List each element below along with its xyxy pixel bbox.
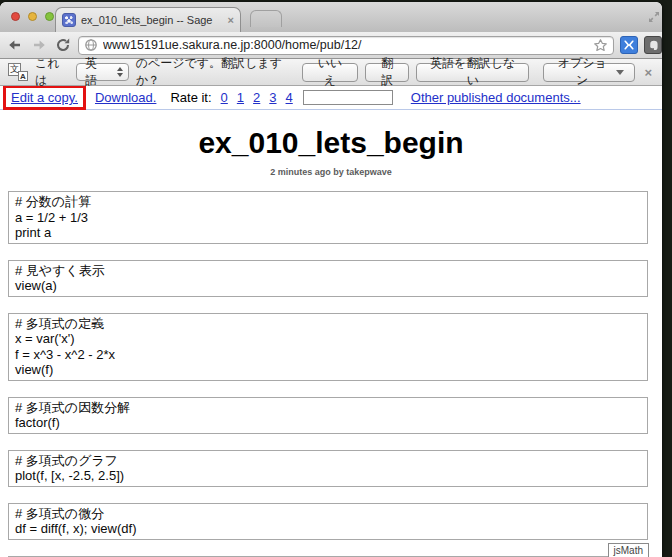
infobar-close-icon[interactable]: × <box>642 65 654 80</box>
rate-3-link[interactable]: 3 <box>269 90 276 105</box>
download-link[interactable]: Download. <box>95 90 156 105</box>
edit-a-copy-link[interactable]: Edit a copy. <box>11 90 78 105</box>
select-arrows-icon <box>117 67 123 77</box>
translate-prefix-text: これは <box>35 55 69 89</box>
fullscreen-icon[interactable] <box>648 9 660 27</box>
code-cell[interactable]: # 見やすく表示 view(a) <box>8 260 648 297</box>
code-line: factor(f) <box>15 415 641 431</box>
code-cell[interactable]: # 多項式のグラフ plot(f, [x, -2.5, 2.5]) <box>8 450 648 487</box>
browser-window: ex_010_lets_begin -- Sage × <box>0 2 662 557</box>
dropdown-caret-icon <box>616 70 624 75</box>
code-line: # 多項式の因数分解 <box>15 400 641 416</box>
browser-tab[interactable]: ex_010_lets_begin -- Sage × <box>55 7 241 32</box>
never-translate-button[interactable]: 英語を翻訳しない <box>416 63 529 82</box>
rate-1-link[interactable]: 1 <box>237 90 244 105</box>
new-tab-button[interactable] <box>250 10 282 27</box>
published-worksheet-page: Edit a copy. Download. Rate it: 0 1 2 3 … <box>0 86 662 557</box>
rate-it-label: Rate it: <box>170 90 211 105</box>
language-select-value: 英語 <box>85 55 106 89</box>
window-controls <box>11 12 54 21</box>
worksheet-cells: # 分数の計算 a = 1/2 + 1/3 print a # 見やすく表示 v… <box>0 191 662 557</box>
back-button[interactable] <box>6 36 24 54</box>
code-line: # 多項式の微分 <box>15 506 641 522</box>
code-line: plot(f, [x, -2.5, 2.5]) <box>15 468 641 484</box>
blue-extension-icon[interactable] <box>620 36 638 54</box>
code-line: # 見やすく表示 <box>15 263 641 279</box>
code-line: # 多項式の定義 <box>15 316 641 332</box>
code-line: print a <box>15 225 641 241</box>
back-arrow-icon <box>7 37 23 53</box>
globe-icon <box>84 38 98 52</box>
code-line: # 分数の計算 <box>15 194 641 210</box>
translate-badge-front: A <box>18 71 28 81</box>
translate-infobar: 文 A これは 英語 のページです。翻訳しますか？ いいえ 翻訳 英語を翻訳しな… <box>0 59 662 86</box>
browser-titlebar: ex_010_lets_begin -- Sage × <box>0 2 662 33</box>
annotation-highlight-box: Edit a copy. <box>3 86 86 110</box>
rate-0-link[interactable]: 0 <box>221 90 228 105</box>
translate-confirm-button[interactable]: 翻訳 <box>365 63 409 82</box>
other-published-documents-link[interactable]: Other published documents... <box>411 90 581 105</box>
reload-icon <box>55 37 71 53</box>
bookmark-star-icon[interactable] <box>593 38 608 53</box>
tab-title: ex_010_lets_begin -- Sage <box>81 14 223 26</box>
tab-close-icon[interactable]: × <box>228 15 234 25</box>
translate-options-button[interactable]: オプション <box>543 63 635 82</box>
translate-icon: 文 A <box>8 63 28 81</box>
code-line: df = diff(f, x); view(df) <box>15 521 641 537</box>
code-cell[interactable]: # 分数の計算 a = 1/2 + 1/3 print a <box>8 191 648 244</box>
language-select[interactable]: 英語 <box>76 63 128 81</box>
close-window-button[interactable] <box>11 12 20 21</box>
worksheet-title: ex_010_lets_begin <box>0 124 662 162</box>
address-bar[interactable]: www15191ue.sakura.ne.jp:8000/home/pub/12… <box>78 36 614 55</box>
url-text[interactable]: www15191ue.sakura.ne.jp:8000/home/pub/12… <box>103 38 588 52</box>
code-cell[interactable]: # 多項式の定義 x = var('x') f = x^3 - x^2 - 2*… <box>8 313 648 381</box>
translate-suffix-text: のページです。翻訳しますか？ <box>136 55 295 89</box>
evernote-extension-icon[interactable] <box>644 36 662 54</box>
code-line: view(a) <box>15 278 641 294</box>
code-cell[interactable]: # 多項式の微分 df = diff(f, x); view(df) <box>8 503 648 540</box>
forward-arrow-icon <box>31 37 47 53</box>
worksheet-byline: 2 minutes ago by takepwave <box>0 167 662 177</box>
minimize-window-button[interactable] <box>28 12 37 21</box>
jsmath-button[interactable]: jsMath <box>608 543 649 557</box>
code-line: view(f) <box>15 362 641 378</box>
code-line: # 多項式のグラフ <box>15 453 641 469</box>
code-line: a = 1/2 + 1/3 <box>15 210 641 226</box>
reload-button[interactable] <box>54 36 72 54</box>
forward-button[interactable] <box>30 36 48 54</box>
code-line: f = x^3 - x^2 - 2*x <box>15 347 641 363</box>
options-button-label: オプション <box>554 55 610 89</box>
rate-4-link[interactable]: 4 <box>286 90 293 105</box>
worksheet-controls-bar: Edit a copy. Download. Rate it: 0 1 2 3 … <box>0 86 662 110</box>
translate-no-button[interactable]: いいえ <box>302 63 358 82</box>
rating-comment-input[interactable] <box>303 90 393 105</box>
zoom-window-button[interactable] <box>45 12 54 21</box>
rate-2-link[interactable]: 2 <box>253 90 260 105</box>
sage-favicon-icon <box>62 13 76 27</box>
code-line: x = var('x') <box>15 331 641 347</box>
code-cell[interactable]: # 多項式の因数分解 factor(f) <box>8 397 648 434</box>
